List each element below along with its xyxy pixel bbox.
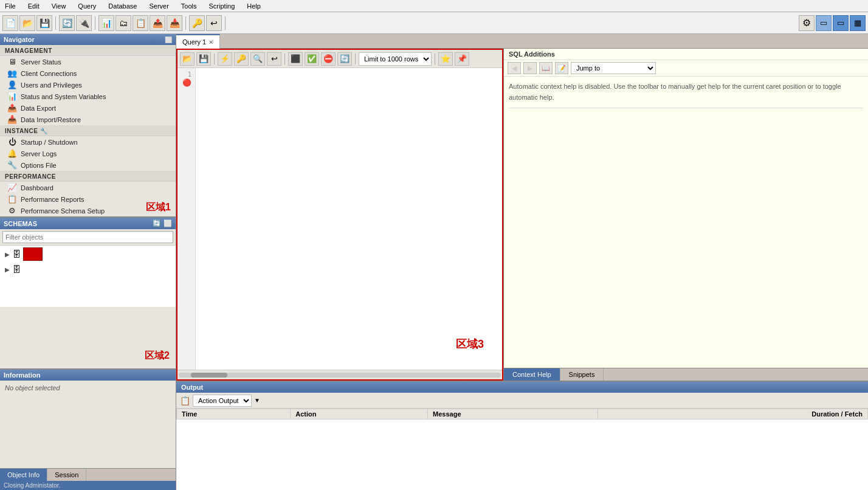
toolbar-btn7[interactable]: 📋: [133, 15, 148, 31]
schemas-refresh-icon[interactable]: 🔄: [153, 219, 161, 227]
col-duration: Duration / Fetch: [598, 409, 867, 419]
nav-users-privileges[interactable]: 👤 Users and Privileges: [0, 79, 176, 91]
qbtn-save[interactable]: 💾: [196, 52, 211, 66]
query-tab-1[interactable]: Query 1 ✕: [176, 34, 220, 49]
tab-session[interactable]: Session: [47, 469, 86, 481]
query-editor-toolbar: 📂 💾 ⚡ 🔑 🔍 ↩ ⬛ ✅ ⛔ 🔄 L: [177, 50, 502, 68]
status-icon: 📊: [7, 92, 17, 101]
menu-tools[interactable]: Tools: [179, 1, 199, 11]
left-panel: Navigator ⬜ MANAGEMENT 🖥 Server Status 👥…: [0, 34, 176, 490]
nav-startup-shutdown[interactable]: ⏻ Startup / Shutdown: [0, 136, 176, 148]
scroll-thumb[interactable]: [191, 373, 227, 378]
action-output-select[interactable]: Action Output: [193, 395, 252, 407]
nav-server-logs[interactable]: 🔔 Server Logs: [0, 148, 176, 159]
sql-tab-context-help[interactable]: Context Help: [504, 368, 560, 381]
toolbar-btn3[interactable]: 🔄: [59, 15, 75, 31]
instance-section-label: INSTANCE 🔧: [0, 125, 176, 136]
schemas-panel: SCHEMAS 🔄 ⬜ ▶ 🗄 ▶ 🗄: [0, 218, 176, 368]
qbtn-open[interactable]: 📂: [180, 52, 195, 66]
region1-label: 区域1: [146, 201, 171, 214]
server-status-icon: 🖥: [7, 57, 17, 66]
query-horizontal-scrollbar[interactable]: [177, 370, 502, 379]
editor-text-area[interactable]: 区域3: [196, 68, 502, 370]
qbtn-pin[interactable]: 📌: [455, 52, 469, 66]
qbtn-refresh[interactable]: 🔄: [337, 52, 352, 66]
schemas-expand-icon[interactable]: ⬜: [164, 219, 172, 227]
toolbar-open-btn[interactable]: 📂: [19, 15, 35, 31]
qbtn-stop[interactable]: ⬛: [288, 52, 303, 66]
menu-server[interactable]: Server: [146, 1, 171, 11]
qbtn-check[interactable]: ✅: [305, 52, 319, 66]
qbtn-execute[interactable]: ⚡: [218, 52, 232, 66]
schema-item-1[interactable]: ▶ 🗄: [0, 246, 176, 263]
sql-nav-forward[interactable]: ▶: [523, 62, 537, 74]
menu-file[interactable]: File: [2, 1, 18, 11]
menu-edit[interactable]: Edit: [26, 1, 42, 11]
toolbar-btn9[interactable]: 📥: [167, 15, 182, 31]
nav-data-export[interactable]: 📤 Data Export: [0, 102, 176, 114]
output-dropdown-arrow[interactable]: ▼: [254, 397, 260, 404]
toolbar-new-btn[interactable]: 📄: [2, 15, 18, 31]
toolbar-btn10[interactable]: 🔑: [189, 15, 205, 31]
menu-view[interactable]: View: [49, 1, 69, 11]
output-header: Output: [176, 382, 868, 393]
layout-btn-3[interactable]: ▦: [850, 15, 866, 31]
main-layout: Navigator ⬜ MANAGEMENT 🖥 Server Status 👥…: [0, 34, 868, 490]
toolbar-back-btn[interactable]: ↩: [206, 15, 222, 31]
toolbar-btn8[interactable]: 📤: [150, 15, 165, 31]
perf-schema-label: Performance Schema Setup: [21, 207, 105, 215]
nav-options-file[interactable]: 🔧 Options File: [0, 159, 176, 171]
toolbar-btn4[interactable]: 🔌: [76, 15, 92, 31]
layout-btn-1[interactable]: ▭: [816, 15, 832, 31]
toolbar-save-btn[interactable]: 💾: [36, 15, 52, 31]
sql-nav-book[interactable]: 📖: [539, 62, 553, 74]
menu-database[interactable]: Database: [106, 1, 139, 11]
schemas-filter-input[interactable]: [2, 231, 173, 243]
menu-help[interactable]: Help: [244, 1, 263, 11]
info-content: No object selected: [0, 381, 176, 468]
sql-nav-edit[interactable]: 📝: [555, 62, 568, 74]
toolbar-settings-btn[interactable]: ⚙: [799, 15, 815, 31]
toolbar-sep-1: [55, 16, 56, 30]
output-table-header-row: Time Action Message Duration / Fetch: [177, 409, 868, 419]
schema-item-2[interactable]: ▶ 🗄: [0, 263, 176, 276]
performance-label-text: PERFORMANCE: [5, 173, 56, 180]
options-icon: 🔧: [7, 160, 17, 170]
toolbar-btn5[interactable]: 📊: [98, 15, 114, 31]
qbtn-cancel[interactable]: ⛔: [321, 52, 336, 66]
query-editor-pane: 📂 💾 ⚡ 🔑 🔍 ↩ ⬛ ✅ ⛔ 🔄 L: [176, 49, 503, 381]
client-connections-label: Client Connections: [21, 70, 77, 77]
nav-client-connections[interactable]: 👥 Client Connections: [0, 67, 176, 79]
query-area: Query 1 ✕ 📂 💾 ⚡ 🔑 🔍 ↩: [176, 34, 868, 381]
menu-scripting[interactable]: Scripting: [207, 1, 238, 11]
nav-perf-schema[interactable]: ⚙ Performance Schema Setup 区域1: [0, 205, 176, 216]
server-status-label: Server Status: [21, 58, 61, 66]
layout-btn-2[interactable]: ▭: [833, 15, 849, 31]
main-toolbar: 📄 📂 💾 🔄 🔌 📊 🗂 📋 📤 📥 🔑 ↩ ⚙ ▭ ▭ ▦: [0, 12, 868, 34]
schema-expand-1[interactable]: ▶: [5, 251, 10, 258]
qbtn-search[interactable]: 🔍: [250, 52, 265, 66]
qbtn-back[interactable]: ↩: [267, 52, 281, 66]
toolbar-sep-2: [95, 16, 95, 30]
nav-dashboard[interactable]: 📈 Dashboard: [0, 182, 176, 193]
toolbar-btn6[interactable]: 🗂: [115, 15, 131, 31]
schema-expand-2[interactable]: ▶: [5, 266, 10, 273]
nav-status-variables[interactable]: 📊 Status and System Variables: [0, 91, 176, 102]
nav-server-status[interactable]: 🖥 Server Status: [0, 56, 176, 67]
sql-nav-back[interactable]: ◀: [508, 62, 521, 74]
limit-rows-select[interactable]: Limit to 1000 rows: [359, 52, 432, 66]
no-object-text: No object selected: [5, 384, 60, 392]
sql-jump-select[interactable]: Jump to: [571, 62, 656, 74]
menu-query[interactable]: Query: [75, 1, 98, 11]
query-editor-content: 1 🔴 区域3: [177, 68, 502, 370]
q-sep-1: [214, 53, 215, 64]
query-tab-close[interactable]: ✕: [208, 39, 213, 46]
nav-data-import[interactable]: 📥 Data Import/Restore: [0, 114, 176, 125]
qbtn-star[interactable]: ⭐: [438, 52, 453, 66]
sql-tab-snippets[interactable]: Snippets: [560, 368, 604, 381]
menu-bar: File Edit View Query Database Server Too…: [0, 0, 868, 12]
navigator-expand-icon[interactable]: ⬜: [165, 36, 172, 43]
sql-additions-content: Automatic context help is disabled. Use …: [504, 77, 868, 368]
qbtn-key[interactable]: 🔑: [234, 52, 249, 66]
tab-object-info[interactable]: Object Info: [0, 469, 47, 481]
